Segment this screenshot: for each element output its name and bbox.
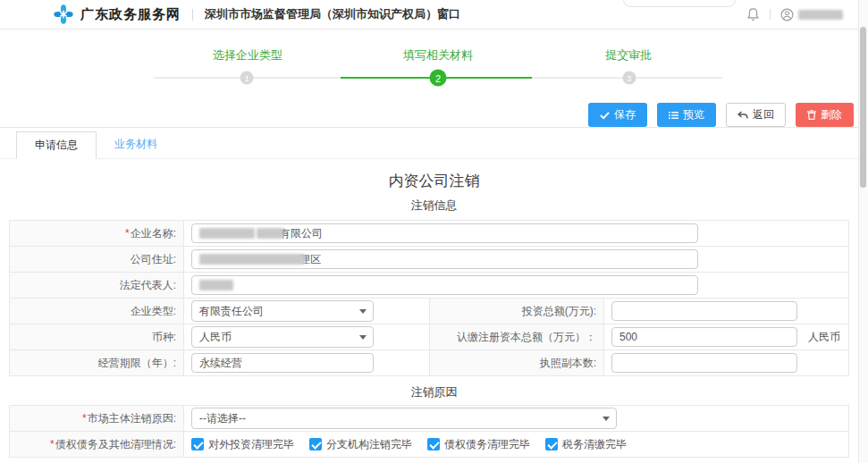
registered-capital-input[interactable] xyxy=(611,327,797,347)
redacted-text xyxy=(199,228,255,239)
checkbox-checked-icon xyxy=(545,438,558,450)
window-title: 深圳市市场监督管理局（深圳市知识产权局）窗口 xyxy=(205,6,460,22)
table-row: 企业类型: 有限责任公司 投资总额(万元): xyxy=(10,299,848,324)
investment-total-input[interactable] xyxy=(611,301,797,321)
cancel-reason-value: --请选择-- xyxy=(199,411,246,426)
step-3-label: 提交审批 xyxy=(534,47,724,63)
business-term-input[interactable] xyxy=(191,353,374,373)
list-icon xyxy=(669,111,678,120)
tab-business-materials[interactable]: 业务材料 xyxy=(97,131,175,158)
brand-title: 广东政务服务网 xyxy=(80,6,181,23)
step-3-circle: 3 xyxy=(622,72,636,85)
trash-icon xyxy=(807,110,816,120)
table-row: 经营期限（年）: 执照副本数: xyxy=(10,350,848,376)
checkbox-taxes-settled[interactable]: 税务清缴完毕 xyxy=(545,437,627,452)
redacted-text xyxy=(199,254,305,265)
action-toolbar: 保存 预览 返回 删除 xyxy=(0,103,854,127)
business-term-label: 经营期限（年）: xyxy=(10,350,184,375)
username-redacted[interactable] xyxy=(798,10,843,20)
section-title-cancel-reason: 注销原因 xyxy=(0,384,868,400)
company-name-input[interactable]: 有限公司 xyxy=(191,223,698,243)
company-address-label: 公司住址: xyxy=(10,247,184,272)
license-copies-input[interactable] xyxy=(611,353,797,373)
table-row: 币种: 人民币 认缴注册资本总额（万元）： 人民币 xyxy=(10,324,848,350)
checkbox-branches-deregistered[interactable]: 分支机构注销完毕 xyxy=(309,437,412,452)
step-2-label: 填写相关材料 xyxy=(342,47,533,63)
bell-icon[interactable] xyxy=(746,7,760,21)
cleanup-checkbox-group: 对外投资清理完毕 分支机构注销完毕 债权债务清理完毕 税务清缴完毕 xyxy=(191,437,627,452)
back-arrow-icon xyxy=(737,111,748,120)
checkbox-foreign-investment-cleared[interactable]: 对外投资清理完毕 xyxy=(191,437,294,452)
header-divider xyxy=(192,9,193,21)
company-address-input[interactable]: 理区 xyxy=(191,249,698,269)
page-title: 内资公司注销 xyxy=(0,171,868,191)
wizard-stepper: 选择企业类型 填写相关材料 提交审批 1 2 3 xyxy=(152,47,724,88)
scrollbar-thumb[interactable] xyxy=(860,27,866,188)
step-1-circle: 1 xyxy=(240,72,254,85)
section-title-registration-info: 注销信息 xyxy=(0,198,868,214)
gdzwfw-logo-icon xyxy=(54,4,73,24)
legal-representative-label: 法定代表人: xyxy=(10,273,184,298)
step-2-circle: 2 xyxy=(430,70,447,87)
table-row: * 债权债务及其他清理情况: 对外投资清理完毕 分支机构注销完毕 债权债务清理完… xyxy=(10,432,848,458)
scrollbar-track[interactable] xyxy=(858,0,868,463)
redacted-text xyxy=(257,228,283,239)
caret-down-icon xyxy=(359,309,367,314)
cancel-reason-table: * 市场主体注销原因: --请选择-- * 债权债务及其他清理情况: 对外投资清… xyxy=(9,405,849,458)
caret-down-icon xyxy=(603,417,610,421)
investment-total-label: 投资总额(万元): xyxy=(430,299,604,324)
company-type-select[interactable]: 有限责任公司 xyxy=(191,300,374,322)
checkbox-checked-icon xyxy=(427,438,440,450)
license-copies-label: 执照副本数: xyxy=(430,350,604,375)
check-icon xyxy=(600,111,610,120)
company-name-label: * 企业名称: xyxy=(10,221,184,246)
table-row: 公司住址: 理区 xyxy=(10,247,848,273)
redacted-text xyxy=(199,280,233,290)
company-type-value: 有限责任公司 xyxy=(199,304,264,319)
table-row: 法定代表人: xyxy=(10,273,848,299)
caret-down-icon xyxy=(359,335,367,340)
toolbar-bottom-divider xyxy=(0,127,868,128)
user-icon[interactable] xyxy=(780,8,794,21)
currency-value: 人民币 xyxy=(199,330,232,345)
back-button-label: 返回 xyxy=(753,107,774,122)
company-name-visible-suffix: 有限公司 xyxy=(280,226,323,241)
back-button[interactable]: 返回 xyxy=(726,103,786,127)
delete-button-label: 删除 xyxy=(821,107,842,122)
step-1-label: 选择企业类型 xyxy=(152,47,342,63)
checkbox-checked-icon xyxy=(309,438,322,450)
tab-application-info[interactable]: 申请信息 xyxy=(16,131,97,159)
registered-capital-label: 认缴注册资本总额（万元）： xyxy=(430,324,604,349)
currency-label: 币种: xyxy=(10,324,184,349)
registered-capital-suffix: 人民币 xyxy=(808,330,840,345)
currency-select[interactable]: 人民币 xyxy=(191,326,374,348)
registration-info-table: * 企业名称: 有限公司 公司住址: 理区 法定代表人: xyxy=(9,220,849,376)
company-type-label: 企业类型: xyxy=(10,299,184,324)
required-mark: * xyxy=(50,438,55,450)
header-separator xyxy=(770,9,771,20)
required-mark: * xyxy=(125,227,130,240)
tab-bar: 申请信息 业务材料 xyxy=(0,131,868,159)
top-edge-popup-artifact xyxy=(623,0,736,7)
save-button[interactable]: 保存 xyxy=(588,103,647,127)
cancel-reason-select[interactable]: --请选择-- xyxy=(191,408,617,429)
table-row: * 市场主体注销原因: --请选择-- xyxy=(10,406,848,432)
required-mark: * xyxy=(82,412,87,425)
cancel-reason-label: * 市场主体注销原因: xyxy=(10,406,184,431)
top-header: 广东政务服务网 深圳市市场监督管理局（深圳市知识产权局）窗口 xyxy=(0,0,868,29)
preview-button[interactable]: 预览 xyxy=(657,103,716,127)
delete-button[interactable]: 删除 xyxy=(796,103,854,127)
checkbox-debts-cleared[interactable]: 债权债务清理完毕 xyxy=(427,437,530,452)
legal-representative-input[interactable] xyxy=(191,275,698,295)
checkbox-checked-icon xyxy=(191,438,204,450)
cleanup-status-label: * 债权债务及其他清理情况: xyxy=(10,432,184,457)
preview-button-label: 预览 xyxy=(683,107,704,122)
save-button-label: 保存 xyxy=(614,107,636,122)
table-row: * 企业名称: 有限公司 xyxy=(10,221,848,247)
